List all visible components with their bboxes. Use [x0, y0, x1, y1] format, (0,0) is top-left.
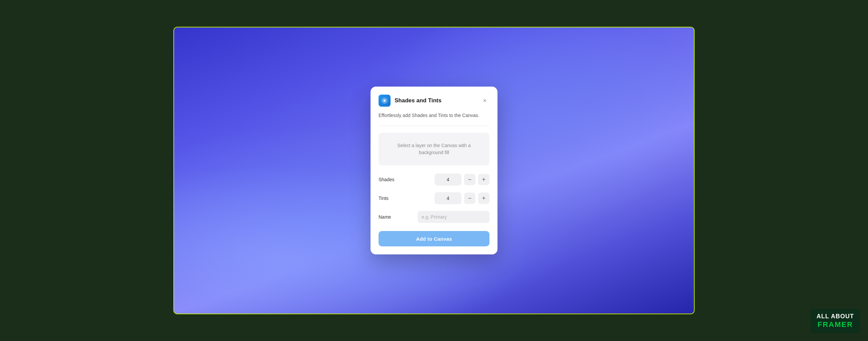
tints-plus-icon: + [482, 195, 486, 202]
close-button[interactable]: × [480, 96, 490, 105]
name-row: Name [378, 211, 490, 223]
canvas-area: Shades and Tints × Effortlessly add Shad… [174, 27, 694, 314]
modal-title: Shades and Tints [395, 97, 441, 104]
minus-icon: − [468, 176, 472, 183]
svg-point-1 [383, 100, 385, 102]
shades-controls: − + [435, 173, 490, 186]
shades-input[interactable] [435, 173, 461, 186]
shades-plus-button[interactable]: + [478, 174, 490, 185]
modal-header-left: Shades and Tints [378, 95, 441, 107]
tints-label: Tints [378, 196, 389, 201]
branding-line2: FRAMER [817, 320, 853, 329]
tints-row: Tints − + [378, 192, 490, 204]
branding: ALL ABOUT FRAMER [810, 309, 860, 333]
shades-minus-button[interactable]: − [464, 174, 475, 185]
select-layer-text: Select a layer on the Canvas with a back… [385, 142, 483, 156]
add-to-canvas-button[interactable]: Add to Canvas [378, 231, 490, 246]
plugin-icon [378, 95, 391, 107]
close-icon: × [483, 97, 487, 104]
modal-dialog: Shades and Tints × Effortlessly add Shad… [371, 87, 497, 254]
plus-icon: + [482, 176, 486, 183]
branding-line1: ALL ABOUT [816, 313, 854, 320]
shades-row: Shades − + [378, 173, 490, 186]
name-label: Name [378, 214, 391, 220]
modal-header: Shades and Tints × [378, 95, 490, 107]
modal-overlay: Shades and Tints × Effortlessly add Shad… [174, 27, 694, 314]
select-layer-box: Select a layer on the Canvas with a back… [378, 133, 490, 166]
name-input[interactable] [417, 211, 490, 223]
shades-label: Shades [378, 177, 394, 182]
tints-controls: − + [435, 192, 490, 204]
tints-input[interactable] [435, 192, 461, 204]
tints-plus-button[interactable]: + [478, 193, 490, 204]
modal-description: Effortlessly add Shades and Tints to the… [378, 112, 490, 126]
tints-minus-icon: − [468, 195, 472, 202]
tints-minus-button[interactable]: − [464, 193, 475, 204]
